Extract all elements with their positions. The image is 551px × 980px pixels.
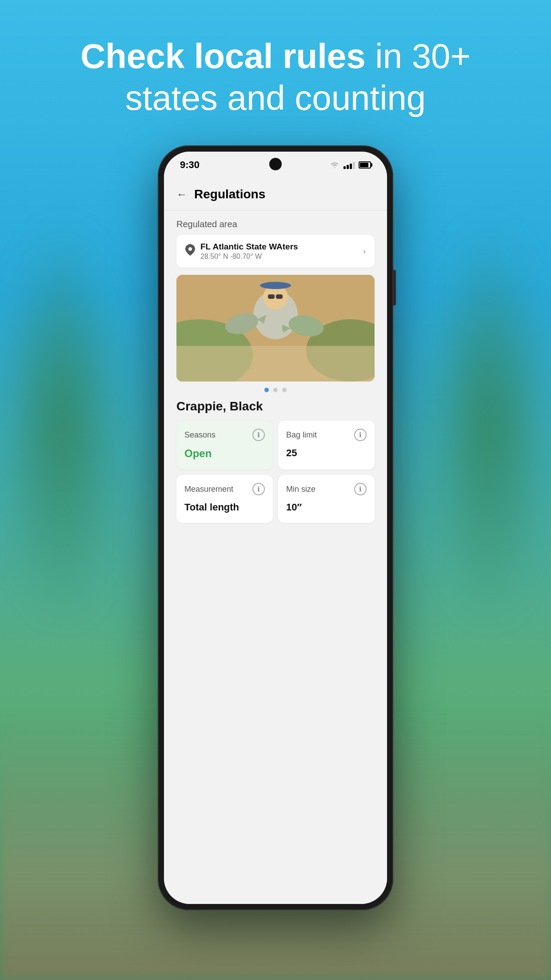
- info-grid-top: Seasons ℹ Open Bag limit ℹ: [164, 417, 387, 470]
- regulated-area-label: Regulated area: [176, 219, 375, 229]
- seasons-card-header: Seasons ℹ: [184, 429, 265, 441]
- min-size-info-icon[interactable]: ℹ: [354, 483, 367, 495]
- fish-photo-svg: [176, 275, 375, 382]
- svg-rect-8: [276, 294, 283, 299]
- min-size-value: 10″: [286, 502, 367, 513]
- fish-carousel[interactable]: [176, 275, 375, 382]
- svg-point-0: [188, 247, 192, 251]
- seasons-value: Open: [184, 447, 265, 460]
- measurement-card-header: Measurement ℹ: [184, 483, 265, 495]
- wifi-icon: [329, 161, 340, 169]
- seasons-label: Seasons: [184, 430, 216, 440]
- nav-bar: ← Regulations: [164, 178, 387, 210]
- battery-fill: [360, 163, 368, 167]
- bag-limit-card-header: Bag limit ℹ: [286, 429, 367, 441]
- regulated-area-section: Regulated area FL Atlantic State WAters …: [164, 210, 387, 275]
- location-card[interactable]: FL Atlantic State WAters 28.50° N -80.70…: [176, 235, 375, 268]
- bag-limit-label: Bag limit: [286, 430, 317, 440]
- svg-point-9: [260, 282, 291, 289]
- page-title: Regulations: [194, 187, 265, 201]
- info-grid-bottom: Measurement ℹ Total length Min size ℹ: [164, 475, 387, 532]
- bag-limit-info-icon[interactable]: ℹ: [354, 429, 367, 441]
- phone-mockup: 9:30: [158, 145, 393, 910]
- svg-rect-7: [268, 294, 275, 299]
- carousel-dot-2[interactable]: [273, 388, 278, 392]
- fish-name: Crappie, Black: [164, 392, 387, 417]
- bg-blur-left: [0, 222, 124, 623]
- carousel-dots: [164, 388, 387, 392]
- status-time: 9:30: [180, 159, 200, 171]
- chevron-right-icon: ›: [363, 247, 366, 256]
- hero-title-light: in 30+: [366, 36, 471, 76]
- phone-frame: 9:30: [158, 145, 393, 910]
- measurement-info-icon[interactable]: ℹ: [252, 483, 265, 495]
- bag-limit-card: Bag limit ℹ 25: [278, 421, 375, 470]
- seasons-card: Seasons ℹ Open: [176, 421, 273, 470]
- hero-header: Check local rules in 30+ states and coun…: [45, 36, 506, 119]
- carousel-dot-3[interactable]: [282, 388, 287, 392]
- measurement-card: Measurement ℹ Total length: [176, 475, 273, 523]
- hero-title-line2: states and counting: [125, 78, 426, 117]
- battery-icon: [359, 161, 371, 169]
- back-button[interactable]: ←: [176, 188, 187, 201]
- location-coords: 28.50° N -80.70° W: [200, 253, 358, 261]
- measurement-value: Total length: [184, 502, 265, 513]
- min-size-label: Min size: [286, 485, 315, 494]
- hero-title-bold: Check local rules: [80, 36, 366, 76]
- bg-blur-right: [427, 222, 551, 623]
- bag-limit-value: 25: [286, 447, 367, 459]
- carousel-dot-1[interactable]: [264, 388, 269, 392]
- location-info: FL Atlantic State WAters 28.50° N -80.70…: [200, 242, 358, 261]
- fish-image: [176, 275, 375, 382]
- min-size-card: Min size ℹ 10″: [278, 475, 375, 523]
- camera-notch: [269, 158, 282, 170]
- phone-screen: 9:30: [164, 152, 387, 904]
- app-content: ← Regulations Regulated area: [164, 178, 387, 904]
- seasons-info-icon[interactable]: ℹ: [252, 429, 265, 441]
- svg-rect-4: [176, 346, 375, 382]
- location-name: FL Atlantic State WAters: [200, 242, 358, 252]
- status-icons: [329, 161, 371, 169]
- signal-icon: [343, 161, 355, 169]
- min-size-card-header: Min size ℹ: [286, 483, 367, 495]
- location-pin-icon: [185, 244, 195, 258]
- measurement-label: Measurement: [184, 485, 233, 494]
- status-bar: 9:30: [164, 152, 387, 178]
